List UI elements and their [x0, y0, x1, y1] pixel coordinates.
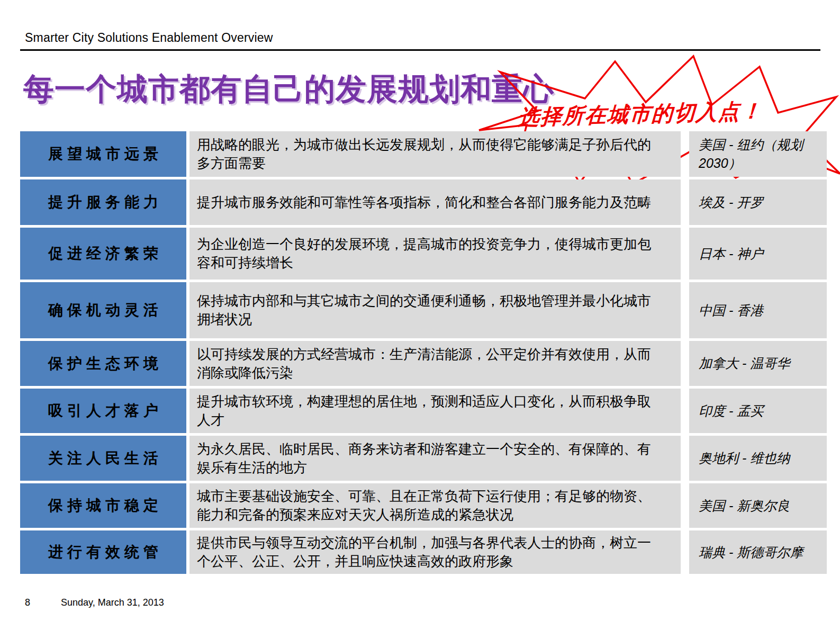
goal-description-text: 提升城市软环境，构建理想的居住地，预测和适应人口变化，从而积极争取人才: [189, 389, 681, 433]
goal-example-cell: 美国 - 纽约（规划2030）: [689, 131, 827, 177]
city-goals-table: 展望城市远景 用战略的眼光，为城市做出长远发展规划，从而使得它能够满足子孙后代的…: [20, 131, 827, 577]
table-row: 保持城市稳定 城市主要基础设施安全、可靠、且在正常负荷下运行使用；有足够的物资、…: [20, 483, 827, 528]
goal-label-cell: 保护生态环境: [20, 341, 186, 386]
goal-example-cell: 埃及 - 开罗: [689, 179, 827, 225]
goal-example-cell: 中国 - 香港: [689, 282, 827, 338]
goal-description-cell: 提升城市服务效能和可靠性等各项指标，简化和整合各部门服务能力及范畴: [189, 179, 681, 225]
goal-description-text: 城市主要基础设施安全、可靠、且在正常负荷下运行使用；有足够的物资、能力和完备的预…: [189, 484, 681, 527]
table-row: 提升服务能力 提升城市服务效能和可靠性等各项指标，简化和整合各部门服务能力及范畴…: [20, 179, 827, 225]
goal-example-cell: 印度 - 孟买: [689, 389, 827, 433]
slide-header-title: Smarter City Solutions Enablement Overvi…: [25, 31, 273, 45]
goal-example-cell: 奥地利 - 维也纳: [689, 436, 827, 481]
table-row: 关注人民生活 为永久居民、临时居民、商务来访者和游客建立一个安全的、有保障的、有…: [20, 436, 827, 481]
goal-description-cell: 保持城市内部和与其它城市之间的交通便利通畅，积极地管理并最小化城市拥堵状况: [189, 282, 681, 338]
goal-description-cell: 用战略的眼光，为城市做出长远发展规划，从而使得它能够满足子孙后代的多方面需要: [189, 131, 681, 177]
goal-description-text: 保持城市内部和与其它城市之间的交通便利通畅，积极地管理并最小化城市拥堵状况: [189, 289, 681, 332]
table-row: 保护生态环境 以可持续发展的方式经营城市：生产清洁能源，公平定价并有效使用，从而…: [20, 341, 827, 386]
goal-label-cell: 进行有效统管: [20, 530, 186, 574]
header-divider: [20, 49, 820, 51]
goal-example-cell: 日本 - 神户: [689, 228, 827, 280]
goal-description-cell: 以可持续发展的方式经营城市：生产清洁能源，公平定价并有效使用，从而消除或降低污染: [189, 341, 681, 386]
goal-label-cell: 吸引人才落户: [20, 389, 186, 433]
table-row: 促进经济繁荣 为企业创造一个良好的发展环境，提高城市的投资竞争力，使得城市更加包…: [20, 228, 827, 280]
slide: Smarter City Solutions Enablement Overvi…: [0, 0, 840, 630]
goal-example-cell: 瑞典 - 斯德哥尔摩: [689, 530, 827, 574]
goal-description-cell: 城市主要基础设施安全、可靠、且在正常负荷下运行使用；有足够的物资、能力和完备的预…: [189, 483, 681, 528]
goal-example-cell: 美国 - 新奥尔良: [689, 483, 827, 528]
goal-label-cell: 保持城市稳定: [20, 483, 186, 528]
footer-date: Sunday, March 31, 2013: [61, 597, 164, 608]
table-row: 展望城市远景 用战略的眼光，为城市做出长远发展规划，从而使得它能够满足子孙后代的…: [20, 131, 827, 177]
goal-label-cell: 关注人民生活: [20, 436, 186, 481]
page-title: 每一个城市都有自己的发展规划和重心: [23, 69, 554, 110]
goal-label-cell: 促进经济繁荣: [20, 228, 186, 280]
goal-label-cell: 确保机动灵活: [20, 282, 186, 338]
goal-description-text: 用战略的眼光，为城市做出长远发展规划，从而使得它能够满足子孙后代的多方面需要: [189, 132, 681, 176]
table-row: 确保机动灵活 保持城市内部和与其它城市之间的交通便利通畅，积极地管理并最小化城市…: [20, 282, 827, 338]
goal-example-cell: 加拿大 - 温哥华: [689, 341, 827, 386]
table-row: 吸引人才落户 提升城市软环境，构建理想的居住地，预测和适应人口变化，从而积极争取…: [20, 389, 827, 433]
goal-description-cell: 为企业创造一个良好的发展环境，提高城市的投资竞争力，使得城市更加包容和可持续增长: [189, 228, 681, 280]
goal-label-cell: 展望城市远景: [20, 131, 186, 177]
goal-description-cell: 提供市民与领导互动交流的平台机制，加强与各界代表人士的协商，树立一个公平、公正、…: [189, 530, 681, 574]
goal-description-text: 提供市民与领导互动交流的平台机制，加强与各界代表人士的协商，树立一个公平、公正、…: [189, 530, 681, 574]
goal-description-text: 以可持续发展的方式经营城市：生产清洁能源，公平定价并有效使用，从而消除或降低污染: [189, 342, 681, 385]
page-number: 8: [25, 597, 30, 608]
goal-description-cell: 提升城市软环境，构建理想的居住地，预测和适应人口变化，从而积极争取人才: [189, 389, 681, 433]
goal-description-text: 为永久居民、临时居民、商务来访者和游客建立一个安全的、有保障的、有娱乐有生活的地…: [189, 437, 681, 480]
goal-description-text: 为企业创造一个良好的发展环境，提高城市的投资竞争力，使得城市更加包容和可持续增长: [189, 232, 681, 275]
goal-description-text: 提升城市服务效能和可靠性等各项指标，简化和整合各部门服务能力及范畴: [189, 190, 674, 215]
table-row: 进行有效统管 提供市民与领导互动交流的平台机制，加强与各界代表人士的协商，树立一…: [20, 530, 827, 574]
goal-description-cell: 为永久居民、临时居民、商务来访者和游客建立一个安全的、有保障的、有娱乐有生活的地…: [189, 436, 681, 481]
goal-label-cell: 提升服务能力: [20, 179, 186, 225]
